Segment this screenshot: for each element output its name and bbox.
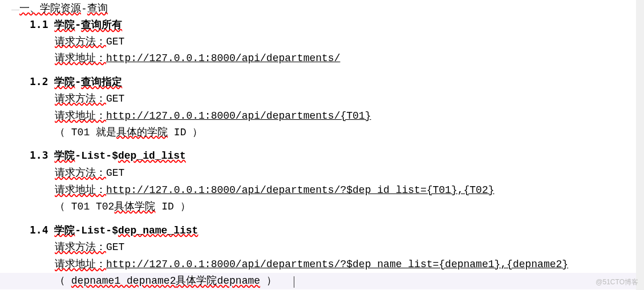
item-1-2-heading: 1.2 学院-查询指定 xyxy=(0,74,644,90)
item-1-3-note: （ T01 T02 具体学院 ID ） xyxy=(0,199,644,215)
item-1-1-url: 请求地址：http://127.0.0.1:8000/api/departmen… xyxy=(0,50,644,67)
text-cursor xyxy=(294,276,294,288)
document-body: 一、学院资源-查询 1.1 学院-查询所有 请求方法：GET 请求地址：http… xyxy=(0,0,644,289)
scrollbar[interactable] xyxy=(636,0,644,290)
item-1-2-method: 请求方法：GET xyxy=(0,90,644,107)
item-1-2-url: 请求地址：http://127.0.0.1:8000/api/departmen… xyxy=(0,107,644,124)
item-1-3-method: 请求方法：GET xyxy=(0,164,644,182)
item-1-4-heading: 1.4 学院-List-$dep_name_list xyxy=(0,222,644,239)
item-1-4-method: 请求方法：GET xyxy=(0,239,644,256)
section-title: 一、学院资源-查询 xyxy=(0,0,644,17)
item-1-1-heading: 1.1 学院-查询所有 xyxy=(0,17,644,33)
item-1-4-url: 请求地址：http://127.0.0.1:8000/api/departmen… xyxy=(0,256,644,273)
item-1-3-url: 请求地址：http://127.0.0.1:8000/api/departmen… xyxy=(0,182,644,199)
item-1-1-method: 请求方法：GET xyxy=(0,33,644,50)
item-1-4-note: （ depname1 depname2 具体学院 depname ） xyxy=(0,273,644,289)
item-1-2-note: （ T01 就是具体的学院 ID ） xyxy=(0,124,644,141)
watermark: @51CTO博客 xyxy=(596,277,638,288)
item-1-3-heading: 1.3 学院-List-$dep_id_list xyxy=(0,147,644,164)
